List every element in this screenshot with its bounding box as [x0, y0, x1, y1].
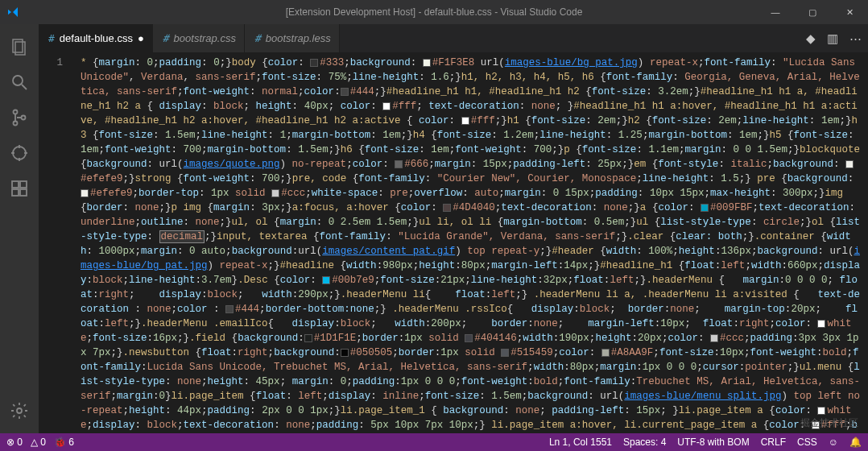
more-actions-icon[interactable]: ⋯ [849, 31, 862, 46]
explorer-icon[interactable] [0, 31, 39, 63]
svg-point-4 [14, 110, 18, 114]
svg-point-5 [14, 122, 18, 126]
status-warnings[interactable]: △ 0 [31, 437, 46, 448]
file-encoding[interactable]: UTF-8 with BOM [677, 437, 749, 448]
cursor-selection: decimal [159, 230, 205, 243]
title-bar: [Extension Development Host] - default-b… [0, 0, 868, 24]
svg-point-6 [22, 116, 26, 120]
window-title: [Extension Development Host] - default-b… [286, 6, 583, 18]
main-area: # default-blue.css ● # bootstrap.css # b… [0, 24, 868, 433]
tab-default-blue[interactable]: # default-blue.css ● [39, 24, 153, 52]
debug-icon[interactable] [0, 137, 39, 169]
status-left: ⊗ 0 △ 0 🐞 6 [6, 437, 74, 448]
tab-bootstrap-css[interactable]: # bootstrap.css [153, 24, 245, 52]
indent-spaces[interactable]: Spaces: 4 [623, 437, 666, 448]
tab-bar-actions: ◆ ▥ ⋯ [806, 24, 868, 52]
close-button[interactable]: ✕ [831, 0, 868, 24]
tab-dirty-indicator: ● [138, 32, 144, 44]
feedback-icon[interactable]: ☺ [829, 437, 838, 448]
editor-content[interactable]: 1 * {margin: 0;padding: 0;}body {color: … [39, 52, 868, 433]
svg-point-7 [13, 147, 26, 159]
svg-point-16 [17, 408, 22, 413]
tab-bootstrap-less[interactable]: # bootstrap.less [245, 24, 340, 52]
editor-area: # default-blue.css ● # bootstrap.css # b… [39, 24, 868, 433]
code-area[interactable]: * {margin: 0;padding: 0;}body {color: #3… [77, 52, 868, 433]
title-bar-left [0, 6, 19, 19]
css-file-icon: # [163, 32, 169, 44]
split-editor-icon[interactable]: ▥ [827, 31, 838, 46]
less-file-icon: # [254, 32, 261, 44]
language-mode[interactable]: CSS [797, 437, 817, 448]
eol-type[interactable]: CRLF [761, 437, 786, 448]
line-gutter: 1 [39, 52, 77, 433]
status-right: Ln 1, Col 1551 Spaces: 4 UTF-8 with BOM … [549, 437, 862, 448]
svg-line-3 [22, 85, 27, 89]
window-controls: — ▢ ✕ [757, 0, 868, 24]
scm-icon[interactable] [0, 101, 39, 134]
line-number: 1 [39, 56, 63, 70]
activity-bar [0, 24, 39, 433]
tab-label: default-blue.css [60, 32, 133, 44]
css-file-icon: # [48, 32, 55, 44]
tab-bar: # default-blue.css ● # bootstrap.css # b… [39, 24, 868, 52]
notifications-icon[interactable]: 🔔 [849, 437, 862, 448]
maximize-button[interactable]: ▢ [794, 0, 831, 24]
tab-label: bootstrap.css [174, 32, 236, 44]
cursor-position[interactable]: Ln 1, Col 1551 [549, 437, 612, 448]
settings-icon[interactable] [0, 395, 39, 427]
status-bar: ⊗ 0 △ 0 🐞 6 Ln 1, Col 1551 Spaces: 4 UTF… [0, 433, 868, 451]
svg-rect-15 [20, 189, 27, 196]
extensions-icon[interactable] [0, 172, 39, 205]
status-bugs[interactable]: 🐞 6 [54, 437, 74, 448]
svg-rect-13 [20, 181, 27, 188]
svg-rect-14 [12, 189, 19, 196]
compare-icon[interactable]: ◆ [806, 31, 816, 46]
watermark: 掘金技术社区 [800, 416, 858, 430]
svg-point-2 [13, 76, 23, 85]
status-errors[interactable]: ⊗ 0 [6, 437, 23, 448]
svg-rect-12 [12, 181, 19, 188]
search-icon[interactable] [0, 66, 39, 98]
tab-label: bootstrap.less [266, 32, 331, 44]
app-icon [6, 6, 19, 19]
minimize-button[interactable]: — [757, 0, 794, 24]
